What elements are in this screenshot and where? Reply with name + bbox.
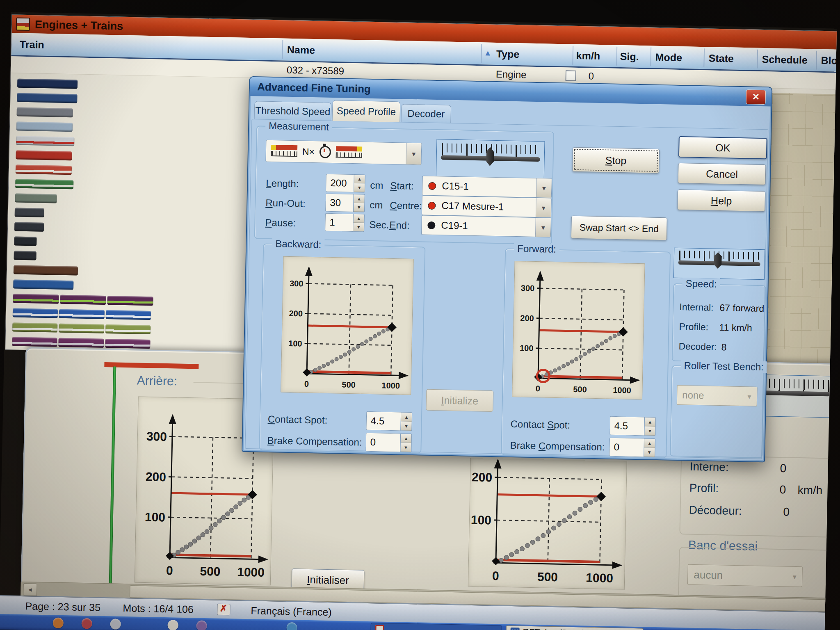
word-count[interactable]: Mots : 16/4 106 (123, 602, 194, 615)
proofing-icon[interactable]: ✗ (217, 604, 231, 616)
column-separator[interactable] (282, 40, 283, 59)
forward-brake-compensation-spinner[interactable]: 0 ▲▼ (609, 438, 655, 457)
spin-up-icon[interactable]: ▲ (353, 214, 364, 223)
quick-launch-icon[interactable] (52, 618, 64, 629)
forward-contact-spot-value[interactable]: 4.5 (609, 416, 644, 436)
start-dropdown[interactable]: C15-1 ▼ (422, 176, 552, 198)
centre-dropdown[interactable]: C17 Mesure-1 ▼ (422, 195, 552, 217)
spin-up-icon[interactable]: ▲ (354, 194, 364, 203)
train-thumbnail[interactable] (15, 193, 58, 203)
measurement-speed-slider[interactable] (436, 139, 545, 180)
end-dropdown[interactable]: C19-1 ▼ (421, 215, 551, 237)
measurement-mode-dropdown[interactable]: N× ▼ (265, 140, 422, 165)
column-separator[interactable] (616, 47, 617, 66)
column-separator[interactable] (650, 48, 651, 66)
tab-decoder[interactable]: Decoder (401, 104, 451, 123)
quick-launch-icon[interactable] (81, 618, 92, 629)
column-separator[interactable] (703, 48, 705, 67)
spin-down-icon[interactable]: ▼ (353, 223, 364, 232)
train-thumbnail[interactable] (16, 136, 75, 146)
train-thumbnail[interactable] (13, 294, 154, 306)
forward-brake-compensation-value[interactable]: 0 (609, 438, 644, 457)
help-button[interactable]: Help (677, 189, 765, 212)
pause-value[interactable]: 1 (325, 213, 353, 232)
train-thumbnail[interactable] (12, 322, 152, 334)
train-thumbnail[interactable] (17, 79, 79, 89)
column-header-kmh[interactable]: km/h (576, 50, 600, 62)
taskbar-app-button[interactable] (370, 623, 502, 630)
spin-down-icon[interactable]: ▼ (354, 183, 365, 192)
train-thumbnail[interactable] (14, 222, 45, 232)
quick-launch-icon[interactable] (167, 620, 178, 630)
avant-chart-partial[interactable]: 10020005001000 (468, 458, 627, 590)
roller-test-bench-dropdown[interactable]: none ▼ (677, 385, 758, 406)
close-button[interactable]: ✕ (746, 89, 766, 105)
spin-down-icon[interactable]: ▼ (401, 421, 411, 431)
forward-contact-spot-spinner[interactable]: 4.5 ▲▼ (609, 416, 656, 436)
spin-up-icon[interactable]: ▲ (401, 412, 412, 422)
train-thumbnail[interactable] (16, 165, 73, 175)
sort-asc-icon[interactable]: ▲ (484, 48, 492, 57)
column-header-block[interactable]: Block (821, 55, 837, 67)
initialize-button[interactable]: Initialize (426, 389, 493, 412)
page-indicator[interactable]: Page : 23 sur 35 (25, 600, 100, 614)
ok-button[interactable]: OK (678, 136, 767, 159)
train-thumbnail[interactable] (14, 265, 79, 275)
column-separator[interactable] (757, 50, 758, 68)
spin-down-icon[interactable]: ▼ (644, 426, 655, 436)
swap-start-end-button[interactable]: Swap Start <> End (571, 216, 667, 241)
train-thumbnail[interactable] (14, 236, 38, 246)
engine-checkbox[interactable] (566, 70, 577, 81)
runout-spinner[interactable]: 30 ▲▼ (325, 194, 365, 212)
length-value[interactable]: 200 (326, 174, 354, 192)
train-thumbnail[interactable] (13, 279, 75, 290)
tab-speed-profile[interactable]: Speed Profile (332, 100, 400, 122)
backward-brake-compensation-spinner[interactable]: 0 ▲▼ (365, 433, 412, 452)
train-thumbnail[interactable] (16, 122, 74, 132)
banc-dessai-dropdown[interactable]: aucun ▼ (687, 564, 803, 587)
length-spinner[interactable]: 200 ▲▼ (326, 174, 365, 193)
column-separator[interactable] (572, 46, 573, 65)
train-thumbnail[interactable] (17, 107, 74, 118)
backward-contact-spot-value[interactable]: 4.5 (366, 411, 401, 431)
scroll-left-arrow[interactable]: ◄ (23, 583, 37, 596)
spin-down-icon[interactable]: ▼ (354, 203, 364, 212)
column-header-state[interactable]: State (708, 52, 734, 64)
dropdown-arrow-icon[interactable]: ▼ (535, 218, 551, 237)
spin-up-icon[interactable]: ▲ (354, 175, 365, 184)
profile-speed-slider[interactable] (673, 248, 765, 280)
quick-launch-icon[interactable] (110, 619, 121, 630)
column-header-schedule[interactable]: Schedule (762, 53, 808, 66)
language-indicator[interactable]: Français (France) (251, 605, 332, 618)
column-header-name[interactable]: Name (287, 44, 315, 56)
column-header-type[interactable]: Type (496, 48, 520, 60)
column-header-mode[interactable]: Mode (655, 51, 682, 64)
column-header-sig[interactable]: Sig. (620, 50, 639, 63)
pause-spinner[interactable]: 1 ▲▼ (325, 213, 365, 232)
spin-up-icon[interactable]: ▲ (644, 438, 655, 448)
train-thumbnail[interactable] (13, 308, 152, 320)
column-separator[interactable] (816, 51, 817, 70)
backward-chart[interactable]: 10020030005001000 (281, 256, 414, 395)
column-separator[interactable] (481, 44, 482, 63)
stop-button[interactable]: Stop (572, 147, 660, 173)
quick-launch-icon[interactable] (196, 621, 207, 630)
dropdown-arrow-icon[interactable]: ▼ (536, 178, 552, 198)
tab-threshold-speed[interactable]: Threshold Speed (254, 101, 331, 121)
spin-up-icon[interactable]: ▲ (645, 417, 655, 427)
column-header-train[interactable]: Train (20, 39, 44, 51)
spin-down-icon[interactable]: ▼ (644, 447, 655, 457)
train-thumbnail[interactable] (15, 179, 75, 189)
cancel-button[interactable]: Cancel (678, 163, 766, 185)
backward-brake-compensation-value[interactable]: 0 (365, 433, 400, 452)
train-thumbnail[interactable] (15, 208, 46, 217)
dropdown-arrow-icon[interactable]: ▼ (406, 143, 421, 165)
spin-up-icon[interactable]: ▲ (401, 434, 411, 443)
train-thumbnail[interactable] (16, 151, 73, 161)
backward-contact-spot-spinner[interactable]: 4.5 ▲▼ (366, 411, 412, 431)
runout-value[interactable]: 30 (325, 194, 354, 212)
dropdown-arrow-icon[interactable]: ▼ (536, 198, 551, 217)
spin-down-icon[interactable]: ▼ (400, 443, 411, 452)
train-thumbnail[interactable] (17, 93, 78, 103)
quick-launch-icon[interactable] (286, 622, 297, 630)
